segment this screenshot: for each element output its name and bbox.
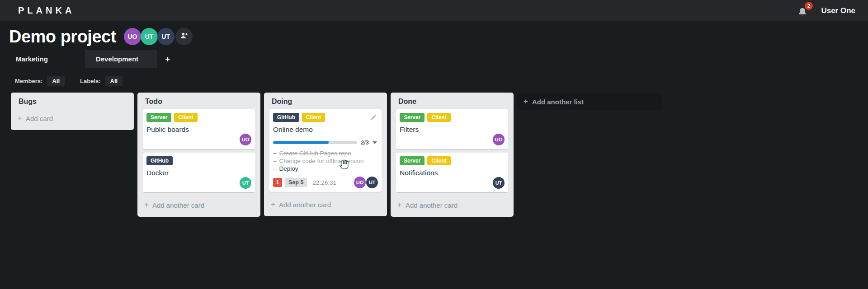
add-card-button[interactable]: + Add another card — [269, 196, 382, 214]
card-label: GitHub — [146, 156, 173, 165]
card-label: Server — [400, 156, 425, 165]
card-member-avatar: UT — [240, 177, 251, 189]
list-title[interactable]: Doing — [272, 98, 292, 105]
card-label: Client — [302, 113, 325, 122]
card-online-demo[interactable]: GitHub Client Online demo 2/3 –Create Gi… — [269, 109, 382, 192]
list-done: Done Server Client Filters UO Server Cli… — [391, 93, 514, 217]
card-member-avatar: UO — [493, 134, 505, 145]
add-card-button[interactable]: + Add another card — [143, 196, 255, 214]
add-card-label: Add another card — [406, 201, 458, 209]
card-title: Public boards — [146, 126, 251, 134]
card-member-avatar: UT — [366, 177, 378, 188]
plus-icon: + — [524, 97, 528, 106]
list-doing: Doing GitHub Client Online demo 2/3 — [264, 93, 387, 216]
labels-filter-label: Labels: — [80, 78, 101, 84]
top-bar: PLANKA 2 User One — [0, 0, 868, 21]
card-member-avatar: UO — [354, 177, 366, 188]
project-member-avatar[interactable]: UT — [141, 28, 158, 45]
dash-icon: – — [273, 150, 277, 157]
project-title[interactable]: Demo project — [9, 27, 116, 47]
list-title[interactable]: Done — [398, 98, 416, 105]
project-member-avatar[interactable]: UT — [157, 28, 175, 45]
card-label: Client — [427, 113, 450, 122]
project-members: UO UT UT — [124, 28, 193, 45]
list-bugs: Bugs + Add card — [11, 93, 134, 130]
tab-marketing[interactable]: Marketing — [9, 50, 55, 68]
add-card-label: Add another card — [152, 201, 204, 209]
card-footer: 1 Sep 5 22:26:31 UO UT — [273, 177, 378, 188]
add-card-label: Add card — [26, 115, 53, 122]
card-notifications[interactable]: Server Client Notifications UT — [396, 153, 508, 192]
card-label: Server — [146, 113, 171, 122]
add-card-button[interactable]: + Add card — [16, 109, 128, 127]
add-list-button[interactable]: + Add another list — [517, 93, 662, 110]
list-todo: Todo Server Client Public boards UO GitH… — [137, 93, 260, 217]
task-item: –Change code for offline version — [273, 157, 378, 165]
dash-icon: – — [273, 158, 277, 164]
add-board-button[interactable]: + — [157, 50, 178, 68]
dash-icon: – — [273, 165, 277, 172]
tab-development[interactable]: Development — [85, 50, 157, 68]
timer-display[interactable]: 22:26:31 — [312, 179, 336, 186]
task-item: –Deploy — [273, 165, 378, 172]
members-filter-value[interactable]: All — [47, 76, 65, 86]
list-title[interactable]: Bugs — [19, 98, 37, 105]
card-title: Notifications — [400, 169, 505, 177]
plus-icon: + — [397, 200, 402, 210]
notification-count-badge: 2 — [805, 2, 813, 10]
add-card-label: Add another card — [279, 201, 331, 209]
card-title: Online demo — [273, 126, 378, 134]
card-label: Server — [400, 113, 425, 122]
members-filter-label: Members: — [15, 78, 42, 84]
project-header: Demo project UO UT UT — [0, 21, 868, 47]
task-item: –Create GitHub Pages repo — [273, 149, 378, 157]
plus-icon: + — [18, 114, 22, 123]
plus-icon: + — [165, 54, 170, 64]
add-card-button[interactable]: + Add another card — [396, 196, 508, 214]
card-title: Docker — [146, 169, 251, 177]
board: Bugs + Add card Todo Server Client Publi… — [0, 87, 868, 217]
add-project-member-button[interactable] — [175, 28, 193, 45]
card-docker[interactable]: GitHub Docker UT — [143, 153, 255, 192]
card-label: Client — [427, 156, 450, 165]
project-member-avatar[interactable]: UO — [124, 28, 141, 45]
list-title[interactable]: Todo — [145, 98, 162, 105]
card-notification-badge: 1 — [273, 178, 282, 187]
board-tabs: Marketing Development + — [0, 50, 868, 68]
card-filters[interactable]: Server Client Filters UO — [396, 109, 508, 149]
card-label: GitHub — [273, 113, 299, 122]
plus-icon: + — [271, 200, 275, 209]
filter-bar: Members: All Labels: All — [0, 68, 868, 87]
planka-logo: PLANKA — [18, 5, 75, 16]
user-menu[interactable]: User One — [821, 6, 855, 15]
person-plus-icon — [179, 31, 189, 42]
progress-bar — [273, 141, 357, 144]
card-public-boards[interactable]: Server Client Public boards UO — [143, 109, 255, 149]
plus-icon: + — [144, 200, 149, 210]
card-label: Client — [174, 113, 197, 122]
chevron-down-icon[interactable] — [373, 141, 377, 144]
tasks-progress: 2/3 — [273, 139, 378, 146]
card-member-avatar: UT — [493, 177, 505, 189]
card-title: Filters — [400, 126, 505, 134]
add-list-label: Add another list — [532, 98, 584, 106]
progress-value: 2/3 — [361, 139, 369, 146]
task-list: –Create GitHub Pages repo –Change code f… — [273, 149, 378, 172]
labels-filter-value[interactable]: All — [105, 76, 123, 86]
card-member-avatar: UO — [240, 134, 251, 145]
due-date-badge[interactable]: Sep 5 — [285, 178, 307, 187]
notifications-button[interactable]: 2 — [797, 5, 809, 17]
edit-card-pencil-icon[interactable] — [370, 114, 377, 122]
progress-bar-fill — [273, 141, 329, 144]
